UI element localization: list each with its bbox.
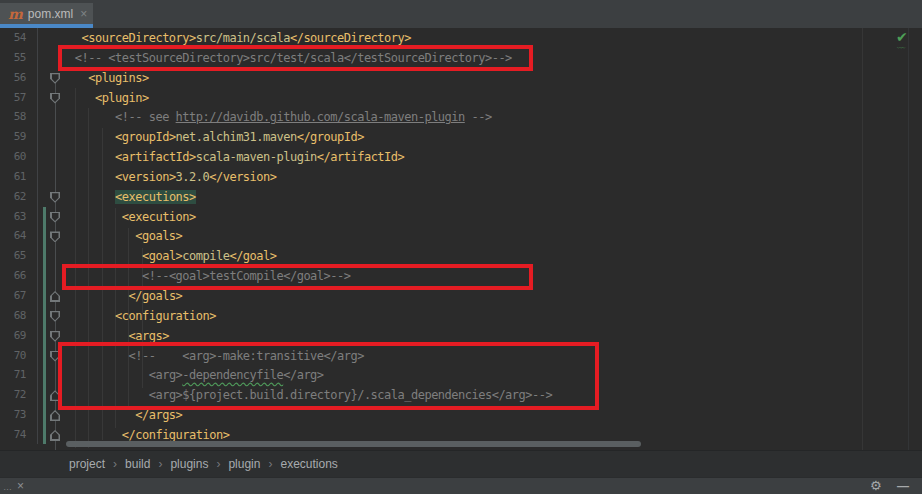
code-text: </args> bbox=[68, 408, 182, 422]
code-text: </goals> bbox=[68, 289, 182, 303]
fold-expanded-icon[interactable] bbox=[50, 231, 60, 242]
fold-expanded-icon[interactable] bbox=[50, 331, 60, 342]
line-number: 59 bbox=[0, 130, 26, 143]
status-bar: … × ⚙ — bbox=[0, 477, 922, 494]
line-number: 70 bbox=[0, 349, 26, 362]
breadcrumb-item-plugins[interactable]: plugins bbox=[170, 457, 208, 471]
code-text: <!--<goal>testCompile</goal>--> bbox=[68, 269, 350, 283]
breadcrumb-separator-icon: › bbox=[268, 457, 272, 471]
code-line: 63 <execution> bbox=[0, 207, 922, 227]
code-line: 54 <sourceDirectory>src/main/scala</sour… bbox=[0, 28, 922, 48]
line-number: 72 bbox=[0, 388, 26, 401]
code-line: 73 </args> bbox=[0, 405, 922, 425]
line-number: 71 bbox=[0, 368, 26, 381]
code-text: <arg>${project.build.directory}/.scala_d… bbox=[68, 388, 552, 402]
code-line: 55 <!-- <testSourceDirectory>src/test/sc… bbox=[0, 48, 922, 68]
code-line: 60 <artifactId>scala-maven-plugin</artif… bbox=[0, 147, 922, 167]
code-text: <arg>-dependencyfile</arg> bbox=[68, 368, 324, 382]
fold-expanded-icon[interactable] bbox=[50, 192, 60, 203]
code-text: <sourceDirectory>src/main/scala</sourceD… bbox=[68, 31, 411, 45]
code-line: 64 <goals> bbox=[0, 226, 922, 246]
code-line: 71 <arg>-dependencyfile</arg> bbox=[0, 365, 922, 385]
line-number: 56 bbox=[0, 71, 26, 84]
breadcrumb-separator-icon: › bbox=[158, 457, 162, 471]
fold-expanded-icon[interactable] bbox=[50, 311, 60, 322]
line-number: 67 bbox=[0, 289, 26, 302]
code-text: </configuration> bbox=[68, 428, 229, 442]
breadcrumb-separator-icon: › bbox=[216, 457, 220, 471]
fold-end-icon[interactable] bbox=[50, 390, 60, 401]
fold-end-icon[interactable] bbox=[50, 291, 60, 302]
breadcrumb-item-project[interactable]: project bbox=[69, 457, 105, 471]
fold-end-icon[interactable] bbox=[50, 410, 60, 421]
code-line: 57 <plugin> bbox=[0, 88, 922, 108]
line-number: 55 bbox=[0, 51, 26, 64]
line-number: 60 bbox=[0, 150, 26, 163]
line-number: 63 bbox=[0, 210, 26, 223]
code-line: 70 <!-- <arg>-make:transitive</arg> bbox=[0, 346, 922, 366]
line-number: 61 bbox=[0, 170, 26, 183]
line-number: 73 bbox=[0, 408, 26, 421]
line-number: 64 bbox=[0, 229, 26, 242]
status-message: … bbox=[3, 482, 12, 492]
code-text: <configuration> bbox=[68, 309, 216, 323]
code-text: <artifactId>scala-maven-plugin</artifact… bbox=[68, 150, 404, 164]
fold-expanded-icon[interactable] bbox=[50, 212, 60, 223]
code-line: 65 <goal>compile</goal> bbox=[0, 246, 922, 266]
code-line: 67 </goals> bbox=[0, 286, 922, 306]
code-text: <!-- <testSourceDirectory>src/test/scala… bbox=[68, 51, 512, 65]
line-number: 68 bbox=[0, 309, 26, 322]
tab-pom-xml[interactable]: m pom.xml × bbox=[0, 3, 93, 24]
line-number: 62 bbox=[0, 190, 26, 203]
code-line: 62 <executions> bbox=[0, 187, 922, 207]
code-text: <args> bbox=[68, 329, 169, 343]
minimize-dash-icon[interactable]: — bbox=[897, 479, 909, 493]
fold-expanded-icon[interactable] bbox=[50, 73, 60, 84]
code-line: 61 <version>3.2.0</version> bbox=[0, 167, 922, 187]
code-line: 68 <configuration> bbox=[0, 306, 922, 326]
horizontal-scrollbar[interactable] bbox=[66, 441, 641, 447]
code-text: <plugins> bbox=[68, 71, 149, 85]
code-text: <goals> bbox=[68, 229, 182, 243]
line-number: 57 bbox=[0, 91, 26, 104]
code-text: <execution> bbox=[68, 210, 196, 224]
code-text: <groupId>net.alchim31.maven</groupId> bbox=[68, 130, 364, 144]
code-text: <version>3.2.0</version> bbox=[68, 170, 276, 184]
code-text: <plugin> bbox=[68, 91, 149, 105]
code-text: <!-- <arg>-make:transitive</arg> bbox=[68, 349, 364, 363]
code-line: 69 <args> bbox=[0, 326, 922, 346]
status-close-icon[interactable]: × bbox=[17, 479, 24, 493]
code-text: <goal>compile</goal> bbox=[68, 249, 277, 263]
code-line: 72 <arg>${project.build.directory}/.scal… bbox=[0, 385, 922, 405]
code-text: <executions> bbox=[68, 190, 196, 204]
fold-expanded-icon[interactable] bbox=[50, 93, 60, 104]
breadcrumb-item-build[interactable]: build bbox=[125, 457, 150, 471]
code-editor[interactable]: 54 <sourceDirectory>src/main/scala</sour… bbox=[0, 28, 922, 450]
maven-file-icon: m bbox=[8, 7, 23, 21]
inspection-check-squiggle-icon: ﹏ bbox=[897, 39, 905, 52]
gear-icon[interactable]: ⚙ bbox=[870, 478, 882, 493]
breadcrumb: project›build›plugins›plugin›executions bbox=[0, 450, 922, 477]
breadcrumb-item-executions[interactable]: executions bbox=[280, 457, 337, 471]
line-number: 65 bbox=[0, 249, 26, 262]
ide-window: m pom.xml × 54 <sourceDirectory>src/main… bbox=[0, 0, 922, 494]
line-number: 69 bbox=[0, 329, 26, 342]
code-text: <!-- see http://davidb.github.com/scala-… bbox=[68, 110, 492, 124]
fold-expanded-icon[interactable] bbox=[50, 351, 60, 362]
fold-end-icon[interactable] bbox=[50, 430, 60, 441]
code-lines: 54 <sourceDirectory>src/main/scala</sour… bbox=[0, 28, 922, 445]
line-number: 74 bbox=[0, 428, 26, 441]
code-line: 56 <plugins> bbox=[0, 68, 922, 88]
code-line: 59 <groupId>net.alchim31.maven</groupId> bbox=[0, 127, 922, 147]
line-number: 54 bbox=[0, 31, 26, 44]
tab-title: pom.xml bbox=[28, 7, 73, 21]
editor-tab-bar: m pom.xml × bbox=[0, 0, 922, 28]
breadcrumb-item-plugin[interactable]: plugin bbox=[228, 457, 260, 471]
line-number: 66 bbox=[0, 269, 26, 282]
line-number: 58 bbox=[0, 110, 26, 123]
code-line: 66 <!--<goal>testCompile</goal>--> bbox=[0, 266, 922, 286]
code-line: 58 <!-- see http://davidb.github.com/sca… bbox=[0, 107, 922, 127]
tab-close-icon[interactable]: × bbox=[80, 7, 87, 21]
breadcrumb-separator-icon: › bbox=[113, 457, 117, 471]
